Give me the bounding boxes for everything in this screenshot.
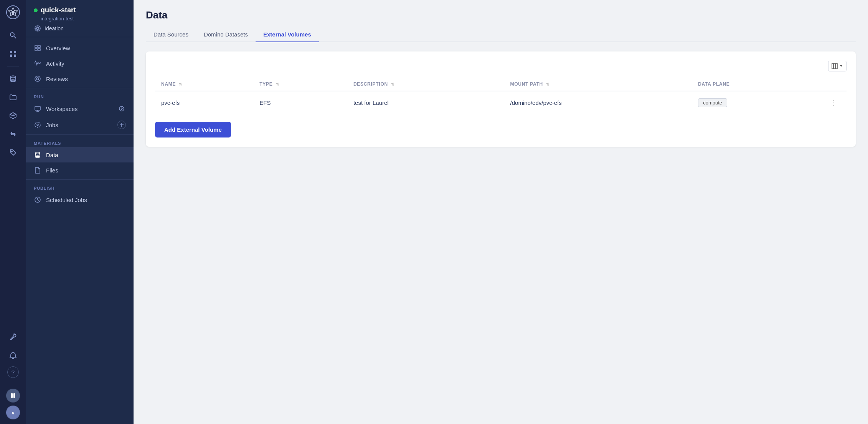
col-header-name[interactable]: NAME ⇅ [155,78,253,91]
grid-icon[interactable] [5,46,21,61]
tab-domino-datasets[interactable]: Domino Datasets [196,27,256,42]
col-header-type[interactable]: TYPE ⇅ [253,78,347,91]
cell-description: test for Laurel [347,91,504,114]
svg-rect-14 [13,393,15,398]
svg-rect-24 [38,48,40,51]
sidebar-item-overview-label: Overview [46,45,70,51]
bell-icon[interactable] [5,348,21,363]
sidebar: quick-start integration-test Ideation [26,0,134,424]
wrench-icon[interactable] [5,330,21,345]
svg-point-25 [35,76,40,81]
transfer-icon[interactable] [5,126,21,142]
svg-rect-21 [35,45,37,48]
svg-point-15 [35,26,40,31]
folder-icon[interactable] [5,89,21,105]
mount-path-sort-icon: ⇅ [546,82,550,86]
tab-data-sources[interactable]: Data Sources [146,27,196,42]
svg-point-2 [10,33,14,36]
sidebar-item-data[interactable]: Data [26,147,134,162]
user-avatar[interactable]: v [6,406,20,419]
svg-point-35 [35,152,40,154]
help-icon[interactable]: ? [7,366,19,378]
icon-rail: ? v [0,0,26,424]
sidebar-item-activity-label: Activity [46,60,64,67]
project-mode: Ideation [34,25,126,32]
col-header-mount-path[interactable]: MOUNT PATH ⇅ [504,78,692,91]
name-sort-icon: ⇅ [179,82,182,86]
svg-point-32 [35,122,40,128]
project-status: quick-start [34,6,126,14]
page-title: Data [146,9,856,21]
svg-rect-5 [14,51,16,53]
tab-external-volumes[interactable]: External Volumes [256,27,319,42]
tag-icon[interactable] [5,145,21,160]
main-content: Data Data Sources Domino Datasets Extern… [134,0,868,424]
reviews-icon [34,75,41,83]
page-header: Data Data Sources Domino Datasets Extern… [134,0,868,42]
data-plane-badge: compute [698,98,727,107]
external-volumes-table: NAME ⇅ TYPE ⇅ DESCRIPTION ⇅ MOUNT PATH [155,78,847,114]
database-icon[interactable] [5,71,21,86]
table-row: pvc-efs EFS test for Laurel /domino/edv/… [155,91,847,114]
tab-bar: Data Sources Domino Datasets External Vo… [146,27,856,42]
sidebar-header: quick-start integration-test Ideation [26,0,134,37]
workspaces-icon [34,105,41,113]
columns-toggle-button[interactable] [828,61,847,71]
sidebar-item-reviews[interactable]: Reviews [26,71,134,86]
sidebar-item-activity[interactable]: Activity [26,56,134,71]
col-header-actions [821,78,847,91]
content-area: NAME ⇅ TYPE ⇅ DESCRIPTION ⇅ MOUNT PATH [134,42,868,424]
svg-line-3 [14,36,16,38]
activity-icon [34,60,41,67]
svg-line-10 [10,114,13,116]
sidebar-item-files-label: Files [46,167,58,174]
card-toolbar [155,61,847,71]
columns-icon [832,63,838,69]
cube-icon[interactable] [5,108,21,123]
sidebar-item-jobs[interactable]: Jobs [26,117,134,133]
jobs-icon [34,121,41,129]
svg-rect-39 [836,63,837,69]
svg-line-11 [13,114,16,116]
add-external-volume-button[interactable]: Add External Volume [155,122,231,137]
svg-point-30 [119,106,124,111]
sidebar-item-reviews-label: Reviews [46,76,68,82]
workspaces-arrow-badge [117,104,126,113]
files-icon [34,166,41,174]
cell-mount-path: /domino/edv/pvc-efs [504,91,692,114]
svg-rect-27 [35,106,40,110]
svg-rect-23 [35,48,37,51]
svg-point-1 [12,11,15,14]
svg-rect-13 [11,393,13,398]
data-icon [34,151,41,159]
sidebar-item-overview[interactable]: Overview [26,40,134,56]
search-icon[interactable] [5,28,21,43]
cell-name: pvc-efs [155,91,253,114]
type-sort-icon: ⇅ [276,82,279,86]
cell-actions: ⋮ [821,91,847,114]
svg-rect-7 [14,55,16,57]
rail-divider-1 [7,66,19,66]
pause-button[interactable] [6,389,20,402]
sidebar-item-scheduled-jobs[interactable]: Scheduled Jobs [26,192,134,207]
description-sort-icon: ⇅ [391,82,394,86]
svg-point-31 [37,124,38,126]
svg-rect-38 [834,63,835,69]
sidebar-item-workspaces[interactable]: Workspaces [26,101,134,117]
svg-rect-37 [832,63,833,69]
status-dot [34,8,38,12]
scheduled-jobs-icon [34,196,41,204]
svg-point-26 [36,78,39,80]
sidebar-item-files[interactable]: Files [26,162,134,178]
publish-divider [26,179,134,180]
run-divider [26,88,134,88]
materials-section-label: MATERIALS [26,136,134,147]
svg-rect-6 [10,55,12,57]
jobs-add-badge[interactable] [117,121,126,129]
row-menu-button[interactable]: ⋮ [827,97,840,108]
svg-point-8 [10,76,16,78]
chevron-down-icon [839,64,843,68]
col-header-description[interactable]: DESCRIPTION ⇅ [347,78,504,91]
svg-rect-22 [38,45,40,48]
table-header: NAME ⇅ TYPE ⇅ DESCRIPTION ⇅ MOUNT PATH [155,78,847,91]
